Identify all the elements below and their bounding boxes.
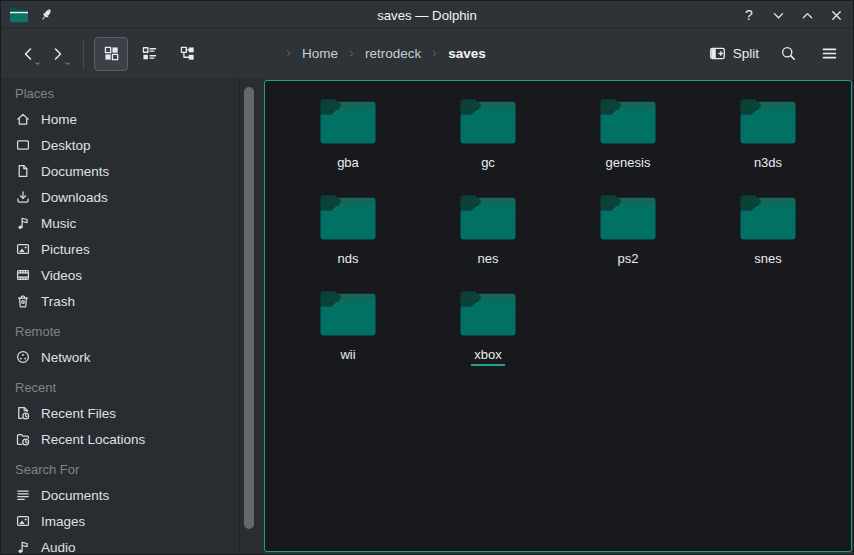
image-icon bbox=[15, 513, 31, 529]
document-icon bbox=[15, 163, 31, 179]
sidebar-item-label: Desktop bbox=[41, 138, 91, 153]
folder-icon bbox=[458, 97, 518, 147]
network-icon bbox=[15, 349, 31, 365]
sidebar-item-trash[interactable]: Trash bbox=[1, 288, 239, 314]
folder-label: genesis bbox=[603, 155, 654, 174]
search-icon bbox=[780, 45, 797, 62]
folder-xbox[interactable]: xbox bbox=[418, 289, 558, 385]
close-button[interactable] bbox=[827, 6, 845, 24]
folder-label: ps2 bbox=[615, 251, 642, 270]
folder-n3ds[interactable]: n3ds bbox=[698, 97, 838, 193]
help-button[interactable]: ? bbox=[740, 6, 758, 24]
sidebar-item-downloads[interactable]: Downloads bbox=[1, 184, 239, 210]
text-lines-icon bbox=[15, 487, 31, 503]
sidebar-item-home[interactable]: Home bbox=[1, 106, 239, 132]
folder-icon bbox=[318, 289, 378, 339]
sidebar-item-label: Videos bbox=[41, 268, 82, 283]
breadcrumb-item-home[interactable]: Home bbox=[302, 46, 338, 61]
details-view-button[interactable] bbox=[170, 37, 204, 71]
forward-button[interactable] bbox=[43, 38, 73, 70]
folder-icon bbox=[318, 97, 378, 147]
sidebar-item-network[interactable]: Network bbox=[1, 344, 239, 370]
folder-gba[interactable]: gba bbox=[278, 97, 418, 193]
back-button[interactable] bbox=[13, 38, 43, 70]
folder-genesis[interactable]: genesis bbox=[558, 97, 698, 193]
folder-label: gba bbox=[334, 155, 362, 174]
folder-ps2[interactable]: ps2 bbox=[558, 193, 698, 289]
sidebar-item-recent-locations[interactable]: Recent Locations bbox=[1, 426, 239, 452]
folder-label: snes bbox=[751, 251, 784, 270]
sidebar-item-documents[interactable]: Documents bbox=[1, 482, 239, 508]
split-button-label: Split bbox=[733, 46, 759, 61]
sidebar-item-label: Home bbox=[41, 112, 77, 127]
menu-button[interactable] bbox=[817, 42, 841, 66]
sidebar-item-label: Network bbox=[41, 350, 91, 365]
caret-down-icon bbox=[64, 60, 71, 67]
chevron-down-icon bbox=[771, 8, 786, 23]
toolbar-separator bbox=[83, 39, 84, 69]
content-area: PlacesHomeDesktopDocumentsDownloadsMusic… bbox=[1, 78, 853, 554]
sidebar-item-label: Pictures bbox=[41, 242, 90, 257]
maximize-button[interactable] bbox=[798, 6, 816, 24]
chevron-right-icon bbox=[347, 49, 356, 58]
split-button[interactable]: Split bbox=[709, 45, 759, 62]
breadcrumb: Homeretrodecksaves bbox=[284, 46, 486, 61]
split-view-icon bbox=[709, 45, 726, 62]
film-icon bbox=[15, 267, 31, 283]
icons-view-icon bbox=[103, 45, 120, 62]
window-title: saves — Dolphin bbox=[1, 8, 853, 23]
chevron-right-icon bbox=[284, 49, 293, 58]
folder-label: nes bbox=[475, 251, 502, 270]
sidebar-item-recent-files[interactable]: Recent Files bbox=[1, 400, 239, 426]
folder-nds[interactable]: nds bbox=[278, 193, 418, 289]
sidebar-item-label: Documents bbox=[41, 488, 109, 503]
places-panel: PlacesHomeDesktopDocumentsDownloadsMusic… bbox=[1, 78, 239, 554]
sidebar-item-label: Downloads bbox=[41, 190, 108, 205]
dolphin-folder-icon bbox=[9, 7, 29, 24]
pin-icon[interactable] bbox=[38, 7, 54, 23]
close-icon bbox=[829, 8, 844, 23]
sidebar-item-videos[interactable]: Videos bbox=[1, 262, 239, 288]
caret-down-icon bbox=[34, 60, 41, 67]
folder-label: gc bbox=[478, 155, 498, 174]
minimize-button[interactable] bbox=[769, 6, 787, 24]
sidebar-item-label: Recent Locations bbox=[41, 432, 145, 447]
folder-grid: gbagcgenesisn3dsndsnesps2sneswiixbox bbox=[265, 81, 844, 385]
titlebar: saves — Dolphin ? bbox=[1, 1, 853, 29]
breadcrumb-item-retrodeck[interactable]: retrodeck bbox=[365, 46, 421, 61]
folder-gc[interactable]: gc bbox=[418, 97, 558, 193]
scrollbar-thumb[interactable] bbox=[244, 87, 254, 529]
folder-snes[interactable]: snes bbox=[698, 193, 838, 289]
folder-icon bbox=[738, 97, 798, 147]
chevron-right-icon bbox=[430, 49, 439, 58]
places-scrollbar bbox=[239, 78, 264, 554]
sidebar-item-documents[interactable]: Documents bbox=[1, 158, 239, 184]
dolphin-window: saves — Dolphin ? Homeretrodecksaves Spl… bbox=[0, 0, 854, 555]
music-note-icon bbox=[15, 539, 31, 554]
sidebar-item-images[interactable]: Images bbox=[1, 508, 239, 534]
music-note-icon bbox=[15, 215, 31, 231]
folder-label: n3ds bbox=[751, 155, 785, 174]
breadcrumb-item-saves[interactable]: saves bbox=[448, 46, 486, 61]
folder-wii[interactable]: wii bbox=[278, 289, 418, 385]
folder-label: wii bbox=[337, 347, 358, 366]
folder-icon bbox=[598, 193, 658, 243]
hamburger-menu-icon bbox=[821, 45, 838, 62]
sidebar-item-desktop[interactable]: Desktop bbox=[1, 132, 239, 158]
compact-view-button[interactable] bbox=[132, 37, 166, 71]
download-icon bbox=[15, 189, 31, 205]
toolbar: Homeretrodecksaves Split bbox=[1, 29, 853, 78]
sidebar-item-audio[interactable]: Audio bbox=[1, 534, 239, 554]
folder-icon bbox=[458, 193, 518, 243]
section-header: Search For bbox=[1, 456, 239, 482]
sidebar-item-music[interactable]: Music bbox=[1, 210, 239, 236]
folder-nes[interactable]: nes bbox=[418, 193, 558, 289]
image-icon bbox=[15, 241, 31, 257]
folder-icon bbox=[458, 289, 518, 339]
sidebar-item-label: Audio bbox=[41, 540, 76, 555]
sidebar-item-pictures[interactable]: Pictures bbox=[1, 236, 239, 262]
search-button[interactable] bbox=[776, 42, 800, 66]
section-header: Recent bbox=[1, 374, 239, 400]
recent-folder-icon bbox=[15, 431, 31, 447]
icons-view-button[interactable] bbox=[94, 37, 128, 71]
